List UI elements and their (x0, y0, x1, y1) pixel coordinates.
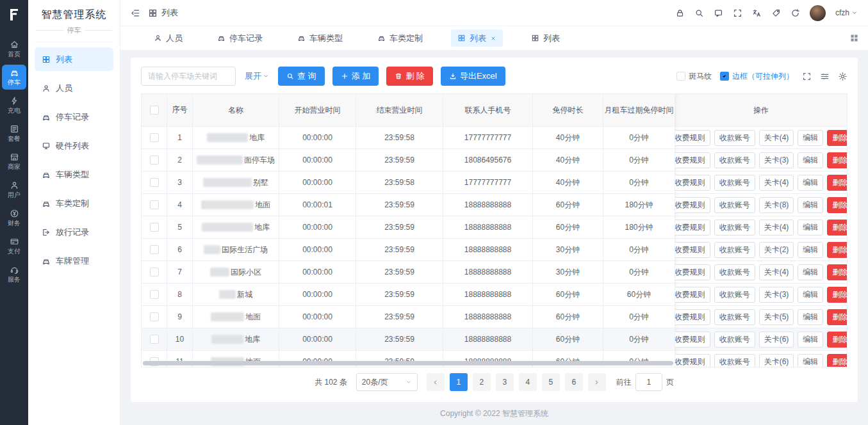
row-select-cell[interactable] (142, 194, 167, 216)
header-cell-sel[interactable] (142, 94, 167, 126)
fee-rules-button[interactable]: 收费规则 (675, 220, 710, 236)
checkbox[interactable] (150, 106, 159, 115)
checkbox[interactable] (150, 178, 159, 187)
submenu-item-人员[interactable]: 人员 (35, 76, 113, 100)
delete-button[interactable]: 删除 (827, 287, 847, 303)
checkbox[interactable] (150, 245, 159, 254)
submenu-item-车类定制[interactable]: 车类定制 (35, 191, 113, 215)
row-select-cell[interactable] (142, 149, 167, 171)
checkbox[interactable] (150, 268, 159, 277)
payment-account-button[interactable]: 收款账号 (714, 175, 755, 191)
gates-button[interactable]: 关卡(4) (759, 175, 794, 191)
payment-account-button[interactable]: 收款账号 (714, 152, 755, 168)
expand-filters-link[interactable]: 展开 (245, 70, 269, 82)
tab-列表-4[interactable]: 列表 (451, 29, 503, 47)
gates-button[interactable]: 关卡(5) (759, 309, 794, 325)
table-filter-icon[interactable] (820, 72, 830, 81)
fee-rules-button[interactable]: 收费规则 (675, 152, 710, 168)
rail-item-停车[interactable]: 停车 (2, 65, 26, 90)
gates-button[interactable]: 关卡(4) (759, 264, 794, 280)
fee-rules-button[interactable]: 收费规则 (675, 309, 710, 325)
payment-account-button[interactable]: 收款账号 (714, 309, 755, 325)
goto-page-input[interactable] (635, 373, 662, 391)
translate-icon[interactable] (752, 8, 762, 18)
checkbox[interactable] (150, 200, 159, 209)
添 加-button[interactable]: 添 加 (332, 67, 379, 86)
lock-icon[interactable] (675, 8, 685, 18)
app-logo[interactable] (0, 0, 28, 29)
fee-rules-button[interactable]: 收费规则 (675, 130, 710, 146)
message-icon[interactable] (714, 8, 723, 18)
search-input[interactable] (141, 67, 236, 86)
fullscreen-icon[interactable] (733, 8, 742, 18)
submenu-item-车辆类型[interactable]: 车辆类型 (35, 163, 113, 186)
fee-rules-button[interactable]: 收费规则 (675, 264, 710, 280)
submenu-item-车牌管理[interactable]: 车牌管理 (35, 249, 113, 273)
edit-button[interactable]: 编辑 (798, 197, 823, 213)
search-icon[interactable] (694, 8, 704, 18)
checkbox[interactable] (150, 290, 159, 299)
fee-rules-button[interactable]: 收费规则 (675, 197, 710, 213)
next-page-button[interactable] (588, 373, 606, 391)
查 询-button[interactable]: 查 询 (278, 67, 325, 86)
checkbox[interactable] (150, 312, 159, 321)
delete-button[interactable]: 删除 (827, 152, 847, 168)
avatar[interactable] (810, 5, 826, 21)
submenu-item-放行记录[interactable]: 放行记录 (35, 220, 113, 244)
option-边框（可拉伸列）[interactable]: 边框（可拉伸列） (720, 71, 794, 82)
edit-button[interactable]: 编辑 (798, 354, 823, 368)
tab-列表-5[interactable]: 列表 (525, 29, 566, 47)
user-menu[interactable]: cfzh (835, 8, 858, 17)
gates-button[interactable]: 关卡(2) (759, 242, 794, 258)
table-gear-icon[interactable] (838, 72, 848, 81)
edit-button[interactable]: 编辑 (798, 242, 823, 258)
delete-button[interactable]: 删除 (827, 309, 847, 325)
delete-button[interactable]: 删除 (827, 354, 847, 368)
checkbox[interactable] (676, 72, 685, 81)
payment-account-button[interactable]: 收款账号 (714, 332, 755, 348)
prev-page-button[interactable] (427, 373, 445, 391)
checkbox[interactable] (150, 156, 159, 164)
page-button-5[interactable]: 5 (542, 373, 560, 391)
delete-button[interactable]: 删除 (827, 220, 847, 236)
edit-button[interactable]: 编辑 (798, 130, 823, 146)
rail-item-支付[interactable]: 支付 (2, 234, 26, 259)
tab-停车记录-1[interactable]: 停车记录 (211, 29, 269, 47)
edit-button[interactable]: 编辑 (798, 309, 823, 325)
delete-button[interactable]: 删除 (827, 197, 847, 213)
page-size-select[interactable]: 20条/页 (356, 373, 418, 391)
row-select-cell[interactable] (142, 261, 167, 283)
删 除-button[interactable]: 删 除 (386, 67, 433, 86)
fee-rules-button[interactable]: 收费规则 (675, 242, 710, 258)
option-斑马纹[interactable]: 斑马纹 (676, 71, 712, 82)
payment-account-button[interactable]: 收款账号 (714, 220, 755, 236)
page-button-4[interactable]: 4 (519, 373, 537, 391)
page-button-6[interactable]: 6 (565, 373, 583, 391)
page-button-2[interactable]: 2 (473, 373, 491, 391)
gates-button[interactable]: 关卡(4) (759, 220, 794, 236)
gates-button[interactable]: 关卡(3) (759, 152, 794, 168)
checkbox[interactable] (150, 133, 159, 142)
row-select-cell[interactable] (142, 284, 167, 305)
tab-overview-grid-icon[interactable] (849, 33, 859, 43)
gates-button[interactable]: 关卡(6) (759, 354, 794, 368)
edit-button[interactable]: 编辑 (798, 287, 823, 303)
tab-人员-0[interactable]: 人员 (147, 29, 189, 47)
fee-rules-button[interactable]: 收费规则 (675, 287, 710, 303)
rail-item-服务[interactable]: 服务 (2, 262, 26, 287)
tab-车辆类型-2[interactable]: 车辆类型 (291, 29, 349, 47)
payment-account-button[interactable]: 收款账号 (714, 242, 755, 258)
rail-item-用户[interactable]: 用户 (2, 177, 26, 202)
edit-button[interactable]: 编辑 (798, 152, 823, 168)
checkbox[interactable] (150, 335, 159, 344)
导出Excel-button[interactable]: 导出Excel (441, 67, 505, 86)
refresh-icon[interactable] (790, 8, 800, 18)
edit-button[interactable]: 编辑 (798, 264, 823, 280)
edit-button[interactable]: 编辑 (798, 220, 823, 236)
gates-button[interactable]: 关卡(3) (759, 287, 794, 303)
tag-icon[interactable] (771, 8, 781, 18)
row-select-cell[interactable] (142, 239, 167, 261)
gates-button[interactable]: 关卡(6) (759, 332, 794, 348)
delete-button[interactable]: 删除 (827, 242, 847, 258)
gates-button[interactable]: 关卡(8) (759, 197, 794, 213)
